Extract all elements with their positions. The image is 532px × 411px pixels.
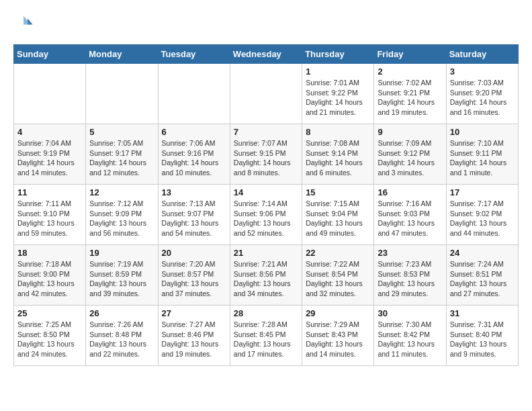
day-number: 15 [306, 187, 370, 197]
day-cell: 21Sunrise: 7:21 AM Sunset: 8:56 PM Dayli… [230, 245, 302, 306]
day-detail: Sunrise: 7:25 AM Sunset: 8:50 PM Dayligh… [17, 320, 82, 359]
day-cell: 9Sunrise: 7:09 AM Sunset: 9:12 PM Daylig… [374, 124, 446, 185]
day-number: 30 [378, 308, 442, 318]
day-detail: Sunrise: 7:27 AM Sunset: 8:46 PM Dayligh… [162, 320, 226, 359]
column-header-friday: Friday [374, 45, 446, 64]
day-number: 7 [234, 127, 298, 137]
day-cell: 10Sunrise: 7:10 AM Sunset: 9:11 PM Dayli… [446, 124, 518, 185]
day-cell: 24Sunrise: 7:24 AM Sunset: 8:51 PM Dayli… [446, 245, 518, 306]
day-cell: 15Sunrise: 7:15 AM Sunset: 9:04 PM Dayli… [302, 185, 374, 245]
day-cell: 20Sunrise: 7:20 AM Sunset: 8:57 PM Dayli… [158, 245, 230, 306]
day-detail: Sunrise: 7:07 AM Sunset: 9:15 PM Dayligh… [234, 138, 298, 178]
day-cell: 12Sunrise: 7:12 AM Sunset: 9:09 PM Dayli… [86, 185, 158, 245]
day-cell: 3Sunrise: 7:03 AM Sunset: 9:20 PM Daylig… [446, 64, 518, 124]
day-cell: 16Sunrise: 7:16 AM Sunset: 9:03 PM Dayli… [374, 185, 446, 245]
day-cell: 22Sunrise: 7:22 AM Sunset: 8:54 PM Dayli… [302, 245, 374, 306]
day-detail: Sunrise: 7:01 AM Sunset: 9:22 PM Dayligh… [306, 78, 370, 118]
day-number: 16 [378, 187, 442, 197]
day-cell: 8Sunrise: 7:08 AM Sunset: 9:14 PM Daylig… [302, 124, 374, 185]
column-header-sunday: Sunday [14, 45, 86, 64]
column-header-thursday: Thursday [302, 45, 374, 64]
calendar-table: SundayMondayTuesdayWednesdayThursdayFrid… [13, 44, 519, 366]
day-cell [230, 64, 302, 124]
day-number: 3 [450, 66, 515, 77]
day-number: 21 [234, 248, 298, 258]
day-detail: Sunrise: 7:11 AM Sunset: 9:10 PM Dayligh… [17, 199, 82, 238]
day-cell: 23Sunrise: 7:23 AM Sunset: 8:53 PM Dayli… [374, 245, 446, 306]
day-cell: 26Sunrise: 7:26 AM Sunset: 8:48 PM Dayli… [86, 306, 158, 366]
day-detail: Sunrise: 7:31 AM Sunset: 8:40 PM Dayligh… [450, 320, 515, 359]
day-number: 23 [378, 248, 442, 258]
column-header-wednesday: Wednesday [230, 45, 302, 64]
day-number: 8 [306, 127, 370, 137]
day-detail: Sunrise: 7:05 AM Sunset: 9:17 PM Dayligh… [89, 138, 154, 178]
day-detail: Sunrise: 7:18 AM Sunset: 9:00 PM Dayligh… [17, 259, 82, 299]
week-row-5: 25Sunrise: 7:25 AM Sunset: 8:50 PM Dayli… [14, 306, 519, 366]
day-cell: 11Sunrise: 7:11 AM Sunset: 9:10 PM Dayli… [14, 185, 86, 245]
day-number: 31 [450, 308, 515, 318]
week-row-3: 11Sunrise: 7:11 AM Sunset: 9:10 PM Dayli… [14, 185, 519, 245]
day-detail: Sunrise: 7:26 AM Sunset: 8:48 PM Dayligh… [89, 320, 154, 359]
day-number: 1 [306, 66, 370, 77]
day-number: 9 [378, 127, 442, 137]
day-cell [14, 64, 86, 124]
day-number: 4 [17, 127, 82, 137]
day-detail: Sunrise: 7:13 AM Sunset: 9:07 PM Dayligh… [162, 199, 226, 238]
day-number: 12 [89, 187, 154, 197]
day-detail: Sunrise: 7:10 AM Sunset: 9:11 PM Dayligh… [450, 138, 515, 178]
day-detail: Sunrise: 7:29 AM Sunset: 8:43 PM Dayligh… [306, 320, 370, 359]
day-number: 5 [89, 127, 154, 137]
day-cell: 30Sunrise: 7:30 AM Sunset: 8:42 PM Dayli… [374, 306, 446, 366]
logo [13, 13, 36, 34]
day-number: 26 [89, 308, 154, 318]
day-number: 11 [17, 187, 82, 197]
day-cell: 6Sunrise: 7:06 AM Sunset: 9:16 PM Daylig… [158, 124, 230, 185]
column-header-saturday: Saturday [446, 45, 518, 64]
day-cell: 5Sunrise: 7:05 AM Sunset: 9:17 PM Daylig… [86, 124, 158, 185]
day-cell [86, 64, 158, 124]
day-detail: Sunrise: 7:04 AM Sunset: 9:19 PM Dayligh… [17, 138, 82, 178]
day-cell [158, 64, 230, 124]
day-detail: Sunrise: 7:14 AM Sunset: 9:06 PM Dayligh… [234, 199, 298, 238]
day-cell: 25Sunrise: 7:25 AM Sunset: 8:50 PM Dayli… [14, 306, 86, 366]
day-number: 6 [162, 127, 226, 137]
column-header-tuesday: Tuesday [158, 45, 230, 64]
day-detail: Sunrise: 7:22 AM Sunset: 8:54 PM Dayligh… [306, 259, 370, 299]
day-detail: Sunrise: 7:30 AM Sunset: 8:42 PM Dayligh… [378, 320, 442, 359]
day-cell: 31Sunrise: 7:31 AM Sunset: 8:40 PM Dayli… [446, 306, 518, 366]
day-detail: Sunrise: 7:02 AM Sunset: 9:21 PM Dayligh… [378, 78, 442, 118]
day-detail: Sunrise: 7:21 AM Sunset: 8:56 PM Dayligh… [234, 259, 298, 299]
day-detail: Sunrise: 7:23 AM Sunset: 8:53 PM Dayligh… [378, 259, 442, 299]
day-number: 10 [450, 127, 515, 137]
day-detail: Sunrise: 7:09 AM Sunset: 9:12 PM Dayligh… [378, 138, 442, 178]
logo-icon [13, 13, 34, 34]
day-detail: Sunrise: 7:16 AM Sunset: 9:03 PM Dayligh… [378, 199, 442, 238]
day-cell: 28Sunrise: 7:28 AM Sunset: 8:45 PM Dayli… [230, 306, 302, 366]
week-row-2: 4Sunrise: 7:04 AM Sunset: 9:19 PM Daylig… [14, 124, 519, 185]
day-detail: Sunrise: 7:28 AM Sunset: 8:45 PM Dayligh… [234, 320, 298, 359]
day-number: 25 [17, 308, 82, 318]
day-cell: 27Sunrise: 7:27 AM Sunset: 8:46 PM Dayli… [158, 306, 230, 366]
day-detail: Sunrise: 7:24 AM Sunset: 8:51 PM Dayligh… [450, 259, 515, 299]
day-cell: 14Sunrise: 7:14 AM Sunset: 9:06 PM Dayli… [230, 185, 302, 245]
day-number: 24 [450, 248, 515, 258]
day-detail: Sunrise: 7:15 AM Sunset: 9:04 PM Dayligh… [306, 199, 370, 238]
week-row-1: 1Sunrise: 7:01 AM Sunset: 9:22 PM Daylig… [14, 64, 519, 124]
day-cell: 17Sunrise: 7:17 AM Sunset: 9:02 PM Dayli… [446, 185, 518, 245]
day-number: 29 [306, 308, 370, 318]
page-header [13, 13, 519, 34]
day-number: 20 [162, 248, 226, 258]
column-header-monday: Monday [86, 45, 158, 64]
header-row: SundayMondayTuesdayWednesdayThursdayFrid… [14, 45, 519, 64]
day-detail: Sunrise: 7:19 AM Sunset: 8:59 PM Dayligh… [89, 259, 154, 299]
day-cell: 29Sunrise: 7:29 AM Sunset: 8:43 PM Dayli… [302, 306, 374, 366]
day-detail: Sunrise: 7:03 AM Sunset: 9:20 PM Dayligh… [450, 78, 515, 118]
day-detail: Sunrise: 7:17 AM Sunset: 9:02 PM Dayligh… [450, 199, 515, 238]
day-number: 28 [234, 308, 298, 318]
day-cell: 7Sunrise: 7:07 AM Sunset: 9:15 PM Daylig… [230, 124, 302, 185]
day-number: 13 [162, 187, 226, 197]
day-number: 18 [17, 248, 82, 258]
day-detail: Sunrise: 7:08 AM Sunset: 9:14 PM Dayligh… [306, 138, 370, 178]
day-number: 2 [378, 66, 442, 77]
day-cell: 18Sunrise: 7:18 AM Sunset: 9:00 PM Dayli… [14, 245, 86, 306]
